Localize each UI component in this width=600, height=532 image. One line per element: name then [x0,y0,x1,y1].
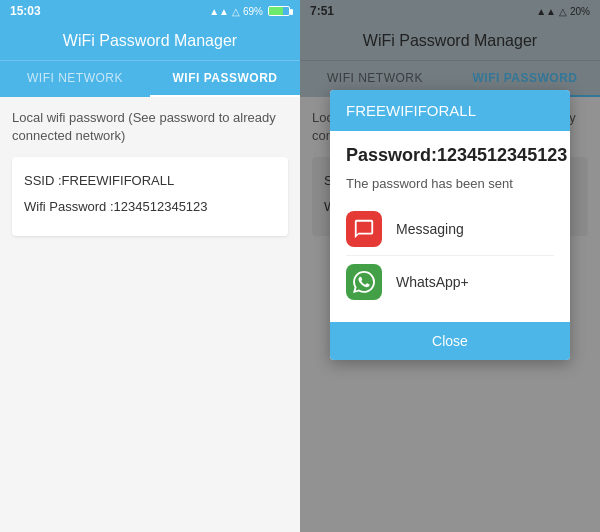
left-tab-wifi-password[interactable]: WIFI PASSWORD [150,61,300,97]
whatsapp-icon [346,264,382,300]
dialog-overlay: FREEWIFIFORALL Password:1234512345123 Th… [300,0,600,532]
left-wifi-password: Wifi Password :1234512345123 [24,197,276,217]
dialog-title: FREEWIFIFORALL [346,102,476,119]
whatsapp-option[interactable]: WhatsApp+ [346,256,554,308]
dialog-sent-text: The password has been sent [346,176,554,191]
close-button[interactable]: Close [330,322,570,360]
messaging-option[interactable]: Messaging [346,203,554,256]
left-status-icons: ▲▲ △ 69% [209,6,290,17]
left-status-bar: 15:03 ▲▲ △ 69% [0,0,300,22]
left-app-header: WiFi Password Manager [0,22,300,60]
left-info-card: SSID :FREEWIFIFORALL Wifi Password :1234… [12,157,288,236]
left-ssid: SSID :FREEWIFIFORALL [24,171,276,191]
dialog-password: Password:1234512345123 [346,145,554,166]
close-label: Close [432,333,468,349]
whatsapp-svg-icon [353,271,375,293]
left-header-title: WiFi Password Manager [63,32,237,49]
messaging-label: Messaging [396,221,464,237]
left-description: Local wifi password (See password to alr… [12,109,288,145]
left-panel: 15:03 ▲▲ △ 69% WiFi Password Manager WIF… [0,0,300,532]
left-content: Local wifi password (See password to alr… [0,97,300,532]
wifi-icon: △ [232,6,240,17]
messaging-icon [346,211,382,247]
left-time: 15:03 [10,4,41,18]
messaging-svg-icon [353,218,375,240]
dialog-body: Password:1234512345123 The password has … [330,131,570,322]
right-panel: 7:51 ▲▲ △ 20% WiFi Password Manager WIFI… [300,0,600,532]
signal-icon: ▲▲ [209,6,229,17]
battery-label: 69% [243,6,263,17]
share-dialog: FREEWIFIFORALL Password:1234512345123 Th… [330,90,570,360]
whatsapp-label: WhatsApp+ [396,274,469,290]
left-tab-wifi-network[interactable]: WIFI NETWORK [0,61,150,97]
battery-bar [268,6,290,16]
dialog-header: FREEWIFIFORALL [330,90,570,131]
left-tab-bar: WIFI NETWORK WIFI PASSWORD [0,60,300,97]
